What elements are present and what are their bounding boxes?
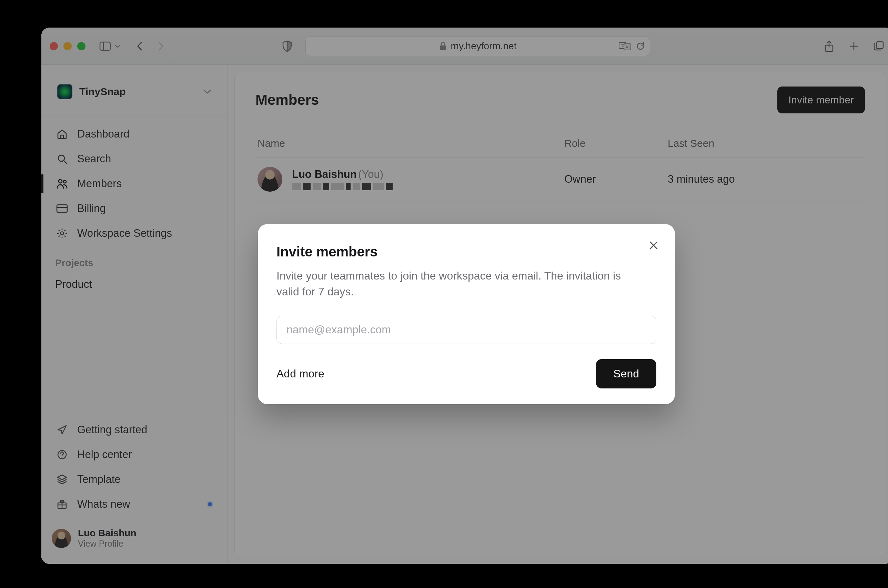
modal-description: Invite your teammates to join the worksp…	[276, 268, 642, 300]
invite-email-input[interactable]	[276, 316, 656, 344]
modal-title: Invite members	[276, 244, 656, 260]
browser-window: my.heyform.net 文A	[41, 28, 888, 564]
send-button[interactable]: Send	[596, 359, 656, 388]
close-icon[interactable]	[647, 238, 660, 252]
invite-members-modal: Invite members Invite your teammates to …	[258, 224, 675, 404]
add-more-button[interactable]: Add more	[276, 368, 324, 380]
